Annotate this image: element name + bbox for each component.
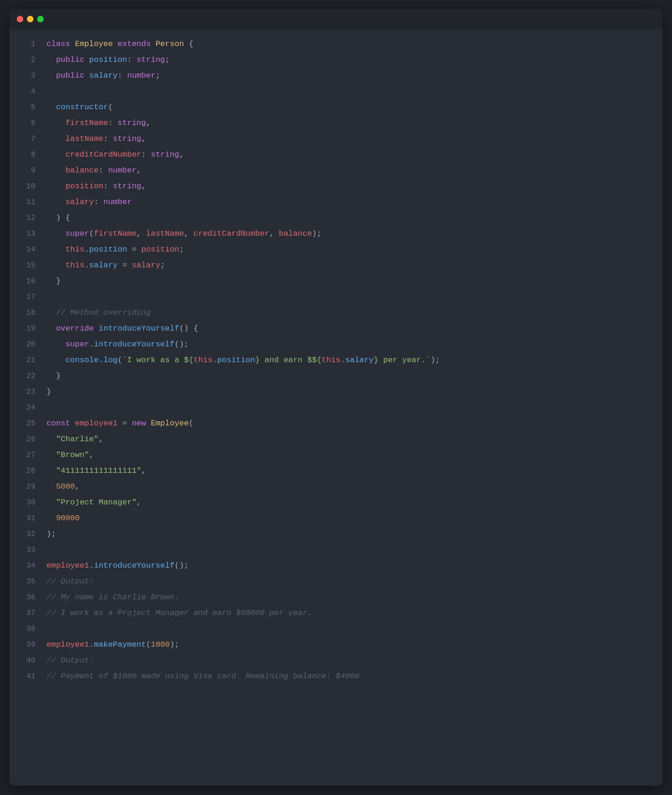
line-number: 12 [19,210,35,226]
line-number: 16 [19,273,35,289]
line-number: 7 [19,131,35,147]
code-line: 35// Output: [9,574,663,590]
code-line: 23} [9,384,663,400]
code-line: 13 super(firstName, lastName, creditCard… [9,226,663,242]
line-content [46,542,653,558]
code-line: 39employee1.makePayment(1000); [9,637,663,653]
line-number: 9 [19,163,35,179]
line-content: lastName: string, [46,131,653,147]
line-content: "Project Manager", [46,495,653,510]
line-number: 36 [19,590,35,605]
line-number: 40 [19,653,35,669]
code-line: 6 firstName: string, [9,115,663,131]
code-line: 22 } [9,368,663,384]
code-line: 16 } [9,273,663,289]
line-number: 1 [19,36,35,52]
line-content: salary: number [46,194,653,210]
code-line: 2 public position: string; [9,52,663,68]
code-area: 1class Employee extends Person {2 public… [9,29,663,692]
line-number: 3 [19,68,35,84]
code-line: 41// Payment of $1000 made using Visa ca… [9,669,663,684]
line-content: super.introduceYourself(); [46,337,653,352]
line-number: 21 [19,352,35,368]
line-number: 22 [19,368,35,384]
line-number: 31 [19,510,35,526]
line-number: 30 [19,495,35,510]
line-content: employee1.makePayment(1000); [46,637,653,653]
line-number: 14 [19,242,35,258]
line-number: 19 [19,321,35,337]
line-number: 8 [19,147,35,163]
line-content: } [46,368,653,384]
line-content: balance: number, [46,163,653,179]
code-line: 31 90000 [9,510,663,526]
line-content: ); [46,526,653,542]
code-line: 21 console.log(`I work as a ${this.posit… [9,352,663,368]
line-number: 13 [19,226,35,242]
code-line: 32); [9,526,663,542]
line-number: 35 [19,574,35,590]
code-line: 33 [9,542,663,558]
line-content: // Output: [46,653,653,669]
line-content: 90000 [46,510,653,526]
code-line: 17 [9,289,663,305]
line-number: 26 [19,431,35,447]
line-content: } [46,273,653,289]
line-number: 5 [19,99,35,115]
line-content: public position: string; [46,52,653,68]
line-number: 4 [19,84,35,99]
code-line: 19 override introduceYourself() { [9,321,663,337]
line-content [46,289,653,305]
code-line: 1class Employee extends Person { [9,36,663,52]
titlebar [9,9,663,29]
line-content: ) { [46,210,653,226]
line-content: public salary: number; [46,68,653,84]
line-number: 24 [19,400,35,416]
line-number: 33 [19,542,35,558]
line-number: 17 [19,289,35,305]
line-content: // Payment of $1000 made using Visa card… [46,669,653,684]
line-number: 27 [19,447,35,463]
line-content: firstName: string, [46,115,653,131]
code-line: 12 ) { [9,210,663,226]
line-content: console.log(`I work as a ${this.position… [46,352,653,368]
line-number: 28 [19,463,35,479]
line-content [46,621,653,637]
line-content: employee1.introduceYourself(); [46,558,653,574]
code-editor-window: 1class Employee extends Person {2 public… [9,9,663,786]
code-line: 11 salary: number [9,194,663,210]
code-line: 27 "Brown", [9,447,663,463]
line-content: 5000, [46,479,653,495]
line-content [46,84,653,99]
line-content: position: string, [46,179,653,194]
line-content: "Brown", [46,447,653,463]
maximize-button[interactable] [37,16,44,22]
line-content [46,400,653,416]
line-content: this.salary = salary; [46,258,653,273]
line-content: // Output: [46,574,653,590]
line-content: // I work as a Project Manager and earn … [46,605,653,621]
code-line: 4 [9,84,663,99]
line-number: 10 [19,179,35,194]
code-line: 37// I work as a Project Manager and ear… [9,605,663,621]
line-content: constructor( [46,99,653,115]
code-line: 30 "Project Manager", [9,495,663,510]
line-number: 38 [19,621,35,637]
line-number: 20 [19,337,35,352]
code-line: 40// Output: [9,653,663,669]
close-button[interactable] [17,16,23,22]
minimize-button[interactable] [27,16,33,22]
line-content: class Employee extends Person { [46,36,653,52]
line-content: // My name is Charlie Brown. [46,590,653,605]
line-content: } [46,384,653,400]
line-number: 11 [19,194,35,210]
code-line: 10 position: string, [9,179,663,194]
line-number: 41 [19,669,35,684]
code-line: 8 creditCardNumber: string, [9,147,663,163]
line-number: 15 [19,258,35,273]
code-line: 29 5000, [9,479,663,495]
line-content: super(firstName, lastName, creditCardNum… [46,226,653,242]
line-number: 37 [19,605,35,621]
line-content: this.position = position; [46,242,653,258]
code-line: 18 // Method overriding [9,305,663,321]
